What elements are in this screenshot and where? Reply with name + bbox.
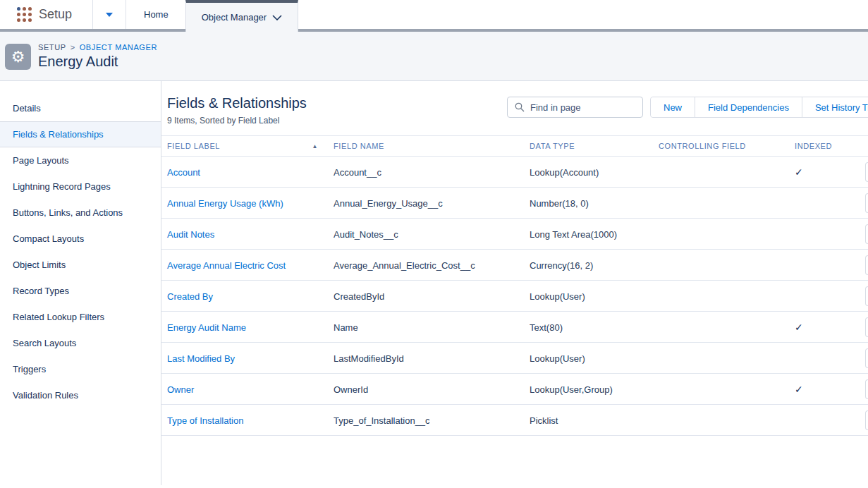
sidebar-item[interactable]: Page Layouts xyxy=(0,147,161,173)
tab-object-manager-label: Object Manager xyxy=(202,12,267,23)
row-action-dropdown-button[interactable] xyxy=(865,286,868,306)
sidebar-item[interactable]: Buttons, Links, and Actions xyxy=(0,200,161,226)
field-label-cell: Average Annual Electric Cost xyxy=(161,260,328,271)
page-title: Energy Audit xyxy=(38,54,157,70)
sidebar-item[interactable]: Fields & Relationships xyxy=(0,121,161,147)
field-label-link[interactable]: Audit Notes xyxy=(167,229,214,240)
row-action-cell xyxy=(856,374,868,405)
sidebar-item[interactable]: Compact Layouts xyxy=(0,226,161,252)
setup-dropdown-button[interactable] xyxy=(92,0,126,29)
field-name-cell: Account__c xyxy=(328,167,524,178)
action-button-group: New Field Dependencies Set History Track… xyxy=(650,97,868,118)
gear-icon: ⚙ xyxy=(5,44,31,70)
set-history-tracking-button[interactable]: Set History Tracking xyxy=(802,97,868,117)
field-label-link[interactable]: Account xyxy=(167,167,200,178)
indexed-checkmark-icon: ✓ xyxy=(789,322,856,333)
data-type-cell: Picklist xyxy=(524,415,653,426)
global-header: Setup Home Object Manager xyxy=(0,0,868,32)
sidebar-item[interactable]: Record Types xyxy=(0,278,161,304)
table-header-row: FIELD LABEL ▲ FIELD NAME DATA TYPE CONTR… xyxy=(161,135,868,157)
tab-object-manager[interactable]: Object Manager xyxy=(185,0,299,32)
field-label-link[interactable]: Type of Installation xyxy=(167,415,243,426)
field-label-link[interactable]: Annual Energy Usage (kWh) xyxy=(167,198,283,209)
data-type-cell: Number(18, 0) xyxy=(524,198,653,209)
row-action-cell xyxy=(856,250,868,281)
field-dependencies-button[interactable]: Field Dependencies xyxy=(695,97,802,117)
column-header-field-name[interactable]: FIELD NAME xyxy=(328,142,524,150)
table-row: Audit Notes Audit_Notes__c Long Text Are… xyxy=(161,219,868,250)
new-button[interactable]: New xyxy=(651,97,695,117)
row-action-dropdown-button[interactable] xyxy=(865,255,868,275)
field-label-link[interactable]: Last Modified By xyxy=(167,353,235,364)
column-header-controlling-field[interactable]: CONTROLLING FIELD xyxy=(653,142,789,150)
brand-area: Setup xyxy=(0,0,92,29)
field-label-cell: Owner xyxy=(161,384,328,395)
table-row: Created By CreatedById Lookup(User) xyxy=(161,281,868,312)
data-type-cell: Currency(16, 2) xyxy=(524,260,653,271)
row-action-cell xyxy=(856,343,868,374)
field-name-cell: Average_Annual_Electric_Cost__c xyxy=(328,260,524,271)
app-launcher-waffle-icon[interactable] xyxy=(17,7,32,22)
sidebar-item[interactable]: Object Limits xyxy=(0,252,161,278)
field-label-link[interactable]: Owner xyxy=(167,384,194,395)
data-type-cell: Lookup(User) xyxy=(524,291,653,302)
field-label-link[interactable]: Energy Audit Name xyxy=(167,322,246,333)
find-in-page-input[interactable] xyxy=(530,102,629,113)
find-in-page-searchbox[interactable] xyxy=(507,97,643,118)
field-label-link[interactable]: Created By xyxy=(167,291,213,302)
row-action-dropdown-button[interactable] xyxy=(865,348,868,368)
object-manager-sidebar: Details Fields & Relationships Page Layo… xyxy=(0,81,161,485)
field-name-cell: CreatedById xyxy=(328,291,524,302)
sidebar-item[interactable]: Details xyxy=(0,95,161,121)
field-name-cell: Type_of_Installation__c xyxy=(328,415,524,426)
column-header-field-label[interactable]: FIELD LABEL ▲ xyxy=(161,142,328,150)
sidebar-item[interactable]: Related Lookup Filters xyxy=(0,304,161,330)
field-label-cell: Account xyxy=(161,167,328,178)
panel-controls: New Field Dependencies Set History Track… xyxy=(507,97,868,118)
column-header-indexed[interactable]: INDEXED xyxy=(789,142,856,150)
indexed-checkmark-icon: ✓ xyxy=(789,384,856,395)
data-type-cell: Long Text Area(1000) xyxy=(524,229,653,240)
field-name-cell: Name xyxy=(328,322,524,333)
indexed-checkmark-icon: ✓ xyxy=(789,166,856,178)
fields-relationships-panel: Fields & Relationships 9 Items, Sorted b… xyxy=(161,81,868,485)
page-header-band: ⚙ SETUP > OBJECT MANAGER Energy Audit xyxy=(0,32,868,81)
field-label-cell: Annual Energy Usage (kWh) xyxy=(161,198,328,209)
field-label-link[interactable]: Average Annual Electric Cost xyxy=(167,260,286,271)
row-action-dropdown-button[interactable] xyxy=(865,224,868,244)
row-action-dropdown-button[interactable] xyxy=(865,193,868,213)
row-action-cell xyxy=(856,312,868,343)
field-label-cell: Type of Installation xyxy=(161,415,328,426)
sidebar-item[interactable]: Lightning Record Pages xyxy=(0,173,161,200)
table-row: Energy Audit Name Name Text(80) ✓ xyxy=(161,312,868,343)
sidebar-item[interactable]: Validation Rules xyxy=(0,382,161,408)
data-type-cell: Lookup(Account) xyxy=(524,167,653,178)
table-row: Owner OwnerId Lookup(User,Group) ✓ xyxy=(161,374,868,405)
data-type-cell: Text(80) xyxy=(524,322,653,333)
table-row: Type of Installation Type_of_Installatio… xyxy=(161,405,868,436)
caret-down-icon xyxy=(106,13,113,17)
row-action-dropdown-button[interactable] xyxy=(865,410,868,430)
field-name-cell: LastModifiedById xyxy=(328,353,524,364)
tab-home[interactable]: Home xyxy=(133,0,180,29)
column-header-data-type[interactable]: DATA TYPE xyxy=(524,142,653,150)
row-action-dropdown-button[interactable] xyxy=(865,317,868,337)
data-type-cell: Lookup(User,Group) xyxy=(524,384,653,395)
row-action-cell xyxy=(856,281,868,312)
field-label-cell: Created By xyxy=(161,291,328,302)
table-row: Average Annual Electric Cost Average_Ann… xyxy=(161,250,868,281)
field-label-cell: Last Modified By xyxy=(161,353,328,364)
sidebar-item[interactable]: Search Layouts xyxy=(0,330,161,356)
search-icon xyxy=(515,102,525,112)
field-label-cell: Audit Notes xyxy=(161,229,328,240)
breadcrumb: SETUP > OBJECT MANAGER Energy Audit xyxy=(38,43,157,70)
field-label-cell: Energy Audit Name xyxy=(161,322,328,333)
row-action-dropdown-button[interactable] xyxy=(865,162,868,182)
breadcrumb-object-manager-link[interactable]: OBJECT MANAGER xyxy=(80,43,157,51)
data-type-cell: Lookup(User) xyxy=(524,353,653,364)
field-name-cell: Annual_Energy_Usage__c xyxy=(328,198,524,209)
row-action-dropdown-button[interactable] xyxy=(865,379,868,399)
field-name-cell: Audit_Notes__c xyxy=(328,229,524,240)
table-row: Account Account__c Lookup(Account) ✓ xyxy=(161,157,868,188)
sidebar-item[interactable]: Triggers xyxy=(0,356,161,382)
